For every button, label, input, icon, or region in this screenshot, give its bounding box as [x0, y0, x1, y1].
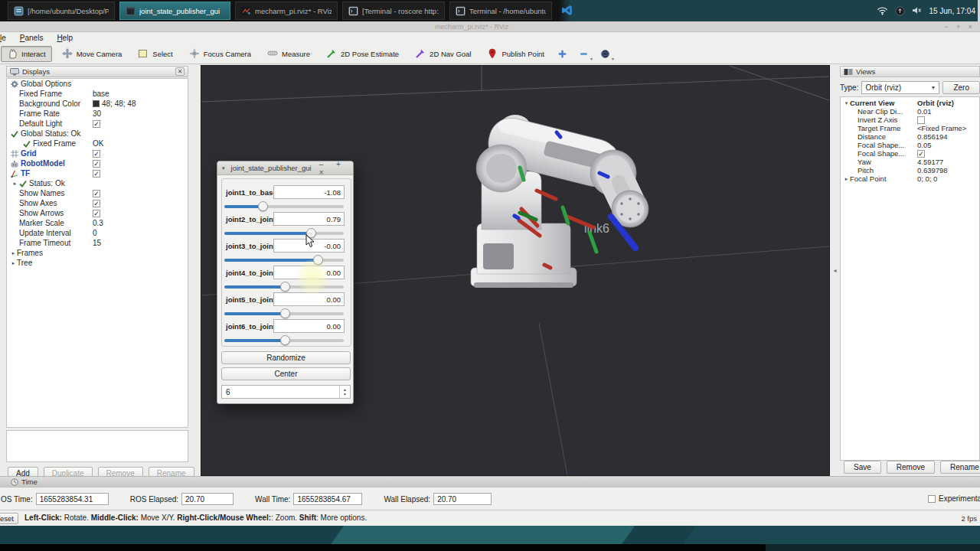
close-icon[interactable]: ✕: [175, 67, 185, 76]
tree-row-background-color[interactable]: Background Color48; 48; 48: [7, 99, 188, 109]
remove-button[interactable]: Remove: [887, 461, 935, 474]
views-row-invert-z-axis[interactable]: Invert Z Axis: [841, 116, 979, 124]
checkbox[interactable]: ✓: [93, 120, 100, 128]
window-controls[interactable]: − + ×: [944, 23, 975, 31]
tool-plus-button[interactable]: [554, 46, 571, 61]
tree-row-show-names[interactable]: Show Names✓: [7, 188, 188, 198]
randomize-button[interactable]: Randomize: [221, 351, 351, 364]
taskbar-tab-0[interactable]: [/home/ubuntu/Desktop/Plai...: [8, 2, 115, 20]
slider-track[interactable]: [224, 205, 344, 208]
tool-interact[interactable]: Interact: [1, 46, 52, 62]
experimental-checkbox[interactable]: [928, 495, 936, 503]
taskbar-tab-4[interactable]: Terminal - /home/ubuntu/cat...: [449, 2, 552, 20]
views-row-target-frame[interactable]: Target Frame<Fixed Frame>: [841, 124, 979, 132]
center-button[interactable]: Center: [221, 367, 351, 380]
slider-handle[interactable]: [280, 282, 290, 292]
spinbox[interactable]: 6 ▲▼: [221, 385, 351, 399]
field-value[interactable]: 20.70: [433, 493, 492, 505]
dialog-window-controls[interactable]: – + ×: [319, 160, 348, 177]
expand-arrow-icon[interactable]: ▾: [843, 100, 850, 106]
tree-row-tree[interactable]: ▸Tree: [7, 258, 188, 268]
joint-value-field[interactable]: -1.08: [273, 185, 345, 199]
tool-publish-point[interactable]: Publish Point: [481, 46, 550, 62]
tool-sphere-button[interactable]: ▾: [597, 46, 614, 61]
views-row-near-clip-di-[interactable]: Near Clip Di...0.01: [841, 107, 979, 116]
slider-track[interactable]: [224, 312, 344, 315]
tool-2d-nav-goal[interactable]: 2D Nav Goal: [409, 46, 477, 62]
views-row-distance[interactable]: Distance0.856194: [841, 132, 979, 141]
slider-track[interactable]: [224, 232, 344, 235]
window-titlebar[interactable]: mecharm_pi.rviz* - RViz − + ×: [0, 21, 980, 32]
checkbox[interactable]: ✓: [917, 150, 925, 158]
field-value[interactable]: 20.70: [181, 493, 234, 505]
joint-value-field[interactable]: 0.00: [273, 292, 345, 306]
view-type-select[interactable]: Orbit (rviz) ▼: [861, 81, 939, 94]
tree-row-frame-rate[interactable]: Frame Rate30: [7, 109, 188, 119]
volume-icon[interactable]: [912, 6, 922, 16]
views-row-focal-shape-[interactable]: Focal Shape...0.05: [841, 141, 979, 149]
color-swatch[interactable]: [93, 100, 100, 107]
tool-measure[interactable]: Measure: [261, 46, 316, 62]
tree-row-marker-scale[interactable]: Marker Scale0.3: [7, 218, 188, 228]
time-panel-header[interactable]: Time: [0, 476, 980, 487]
slider-track[interactable]: [224, 339, 344, 342]
taskbar-tab-2[interactable]: mecharm_pi.rviz* - RViz: [235, 2, 338, 20]
tree-row-global-options[interactable]: Global Options: [7, 79, 188, 89]
menu-item-panels[interactable]: Panels: [18, 34, 45, 42]
views-row-current-view[interactable]: ▾Current ViewOrbit (rviz): [841, 99, 979, 107]
tree-row-frames[interactable]: ▸Frames: [7, 248, 188, 258]
taskbar-tab-3[interactable]: [Terminal - roscore http://loc...: [342, 2, 445, 20]
views-row-pitch[interactable]: Pitch0.639798: [841, 166, 979, 174]
taskbar-tab-1[interactable]: joint_state_publisher_gui: [119, 2, 230, 20]
expand-arrow-icon[interactable]: ▸: [10, 260, 17, 266]
displays-header[interactable]: Displays ✕: [6, 66, 188, 77]
views-row-yaw[interactable]: Yaw4.59177: [841, 158, 979, 166]
checkbox[interactable]: ✓: [93, 170, 100, 178]
checkbox[interactable]: [917, 116, 925, 124]
menu-item-le[interactable]: le: [0, 34, 8, 42]
tree-row-show-axes[interactable]: Show Axes✓: [7, 198, 188, 208]
spinbox-arrows[interactable]: ▲▼: [339, 386, 350, 398]
tree-row-fixed-frame[interactable]: Fixed Framebase: [7, 89, 188, 99]
rename-button[interactable]: Rename: [940, 461, 980, 474]
tree-row-robotmodel[interactable]: RobotModel✓: [7, 158, 188, 168]
slider-handle[interactable]: [280, 335, 290, 345]
checkbox[interactable]: ✓: [93, 160, 100, 168]
field-value[interactable]: 1655283854.67: [293, 493, 362, 505]
slider-handle[interactable]: [258, 201, 268, 211]
slider-track[interactable]: [224, 259, 344, 262]
experimental-option[interactable]: Experimental: [928, 494, 980, 503]
tree-row-show-arrows[interactable]: Show Arrows✓: [7, 208, 188, 218]
wifi-icon[interactable]: [877, 6, 888, 16]
checkbox[interactable]: ✓: [93, 190, 100, 197]
slider-track[interactable]: [224, 285, 344, 289]
tool-focus-camera[interactable]: Focus Camera: [183, 46, 257, 62]
status-icon[interactable]: [895, 6, 905, 16]
checkbox[interactable]: ✓: [93, 210, 100, 217]
field-value[interactable]: 1655283854.31: [36, 493, 109, 505]
tool-2d-pose-estimate[interactable]: 2D Pose Estimate: [320, 46, 405, 62]
dialog-titlebar[interactable]: ▾ joint_state_publisher_gui – + ×: [217, 161, 353, 175]
expand-arrow-icon[interactable]: ▸: [11, 181, 18, 187]
checkbox[interactable]: ✓: [93, 200, 100, 207]
joint-value-field[interactable]: 0.79: [273, 212, 345, 226]
checkbox[interactable]: ✓: [93, 150, 100, 158]
joint-value-field[interactable]: 0.00: [273, 319, 345, 333]
views-row-focal-shape-[interactable]: Focal Shape...✓: [841, 149, 979, 158]
save-button[interactable]: Save: [844, 461, 881, 474]
tree-row-global-status-ok[interactable]: Global Status: Ok: [7, 129, 188, 139]
menu-item-help[interactable]: Help: [55, 34, 74, 42]
tree-row-default-light[interactable]: Default Light✓: [7, 119, 188, 129]
vscode-icon[interactable]: [561, 5, 573, 16]
tool-move-camera[interactable]: Move Camera: [56, 46, 129, 62]
expand-arrow-icon[interactable]: ▸: [10, 250, 17, 256]
views-header[interactable]: Views: [840, 66, 980, 77]
tree-row-status-ok[interactable]: ▸Status: Ok: [7, 178, 188, 188]
tool-select[interactable]: Select: [132, 46, 178, 62]
reset-button[interactable]: eset: [0, 513, 18, 524]
views-row-focal-point[interactable]: ▸Focal Point0; 0; 0: [841, 174, 979, 183]
panel-splitter[interactable]: ◂: [830, 65, 840, 476]
tree-row-grid[interactable]: Grid✓: [7, 148, 188, 158]
tool-minus-button[interactable]: ▾: [576, 46, 593, 61]
tree-row-frame-timeout[interactable]: Frame Timeout15: [7, 238, 188, 248]
